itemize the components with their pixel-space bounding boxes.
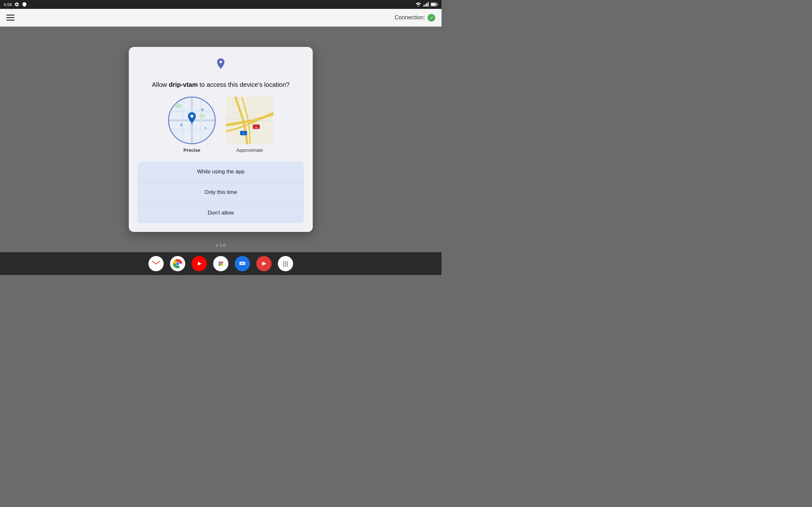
svg-point-43 xyxy=(287,262,288,263)
taskbar-cast-icon[interactable] xyxy=(256,256,271,271)
status-bar-left: 6:08 xyxy=(4,2,27,7)
svg-point-49 xyxy=(287,265,288,267)
svg-point-18 xyxy=(201,109,204,111)
svg-point-48 xyxy=(285,265,286,267)
svg-rect-2 xyxy=(425,4,426,7)
svg-point-21 xyxy=(190,124,194,125)
svg-point-47 xyxy=(283,265,284,267)
svg-point-29 xyxy=(176,262,179,265)
signal-icon xyxy=(423,2,429,7)
taskbar-messages-icon[interactable] xyxy=(235,256,250,271)
precise-map-circle xyxy=(168,97,216,144)
svg-point-17 xyxy=(180,124,183,126)
svg-point-20 xyxy=(190,115,194,118)
svg-rect-3 xyxy=(426,3,427,7)
svg-rect-4 xyxy=(427,2,428,7)
svg-rect-1 xyxy=(423,5,424,7)
svg-point-45 xyxy=(285,263,286,265)
connection-status: Connection: xyxy=(395,14,435,21)
taskbar-chrome-icon[interactable] xyxy=(170,256,185,271)
svg-point-34 xyxy=(241,263,242,264)
main-content: Allow drip-vtam to access this device's … xyxy=(0,26,442,252)
approximate-option[interactable]: I H Approximate xyxy=(226,97,273,153)
version-text: v 1.0 xyxy=(216,243,225,248)
precise-label: Precise xyxy=(183,147,200,153)
battery-icon xyxy=(431,3,438,6)
svg-point-36 xyxy=(243,263,244,264)
approximate-label: Approximate xyxy=(236,147,263,153)
svg-text:I: I xyxy=(243,132,244,135)
taskbar-gmail-icon[interactable] xyxy=(148,256,164,271)
location-permission-dialog: Allow drip-vtam to access this device's … xyxy=(129,47,313,232)
shield-icon xyxy=(22,2,27,7)
svg-point-44 xyxy=(283,263,284,265)
svg-point-35 xyxy=(242,263,243,264)
hamburger-menu-button[interactable] xyxy=(6,14,14,20)
svg-rect-15 xyxy=(175,104,181,108)
svg-point-42 xyxy=(285,262,286,263)
wifi-icon xyxy=(415,2,421,7)
taskbar-photos-icon[interactable] xyxy=(213,256,229,271)
precise-map-svg xyxy=(169,98,215,143)
status-bar: 6:08 xyxy=(0,0,442,9)
dialog-title-pre: Allow xyxy=(152,81,169,88)
svg-point-0 xyxy=(418,6,419,7)
status-bar-right xyxy=(415,2,438,7)
dont-allow-button[interactable]: Don't allow xyxy=(138,203,304,223)
while-using-app-button[interactable]: While using the app xyxy=(138,162,304,182)
approximate-map-rect: I H xyxy=(226,97,273,144)
dialog-title-post: to access this device's location? xyxy=(198,81,290,88)
taskbar-more-apps-icon[interactable] xyxy=(278,256,293,271)
svg-point-46 xyxy=(287,263,288,265)
svg-rect-7 xyxy=(437,4,438,5)
map-previews: Precise xyxy=(168,97,273,153)
approximate-map-svg: I H xyxy=(226,97,273,144)
time-display: 6:08 xyxy=(4,2,12,7)
permission-buttons: While using the app Only this time Don't… xyxy=(138,162,304,223)
dialog-app-name: drip-vtam xyxy=(169,81,198,88)
only-this-time-button[interactable]: Only this time xyxy=(138,182,304,203)
settings-icon xyxy=(14,2,19,7)
checkmark-icon xyxy=(429,15,434,20)
svg-point-19 xyxy=(205,127,206,129)
location-pin-icon xyxy=(214,57,227,75)
taskbar xyxy=(0,252,442,275)
connection-indicator xyxy=(427,14,435,21)
svg-rect-6 xyxy=(431,3,436,6)
top-bar: Connection: xyxy=(0,9,442,26)
svg-text:H: H xyxy=(255,126,257,129)
connection-label: Connection: xyxy=(395,14,425,21)
taskbar-youtube-icon[interactable] xyxy=(192,256,207,271)
precise-option[interactable]: Precise xyxy=(168,97,216,153)
dialog-title: Allow drip-vtam to access this device's … xyxy=(152,80,290,89)
svg-rect-16 xyxy=(200,114,205,118)
svg-point-41 xyxy=(283,262,284,263)
